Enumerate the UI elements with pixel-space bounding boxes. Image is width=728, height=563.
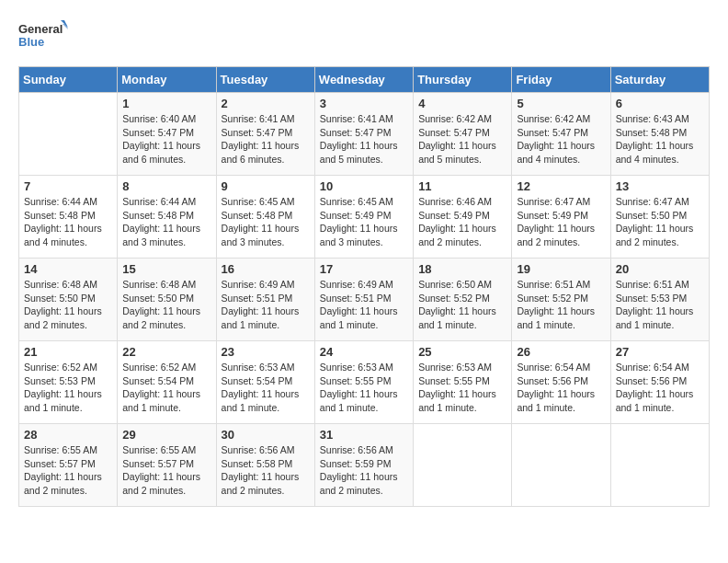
day-number: 26 (517, 345, 605, 359)
day-number: 21 (24, 345, 112, 359)
day-info: Sunrise: 6:52 AMSunset: 5:54 PMDaylight:… (122, 361, 210, 415)
weekday-header-wednesday: Wednesday (314, 67, 413, 93)
day-cell: 27Sunrise: 6:54 AMSunset: 5:56 PMDayligh… (610, 341, 709, 424)
day-cell: 18Sunrise: 6:50 AMSunset: 5:52 PMDayligh… (414, 259, 512, 341)
logo: General Blue (18, 18, 69, 57)
day-info: Sunrise: 6:48 AMSunset: 5:50 PMDaylight:… (122, 278, 210, 332)
day-cell: 24Sunrise: 6:53 AMSunset: 5:55 PMDayligh… (314, 341, 413, 424)
day-cell: 8Sunrise: 6:44 AMSunset: 5:48 PMDaylight… (118, 176, 216, 259)
day-cell (512, 424, 610, 507)
day-number: 10 (320, 179, 408, 193)
day-number: 17 (320, 262, 408, 276)
day-cell: 9Sunrise: 6:45 AMSunset: 5:48 PMDaylight… (216, 176, 314, 259)
week-row-5: 28Sunrise: 6:55 AMSunset: 5:57 PMDayligh… (19, 424, 710, 507)
day-info: Sunrise: 6:55 AMSunset: 5:57 PMDaylight:… (24, 443, 112, 498)
day-cell: 29Sunrise: 6:55 AMSunset: 5:57 PMDayligh… (118, 424, 216, 507)
day-cell: 2Sunrise: 6:41 AMSunset: 5:47 PMDaylight… (216, 93, 314, 176)
day-cell: 21Sunrise: 6:52 AMSunset: 5:53 PMDayligh… (19, 341, 118, 424)
day-number: 3 (320, 97, 408, 110)
day-number: 29 (122, 428, 210, 442)
week-row-2: 7Sunrise: 6:44 AMSunset: 5:48 PMDaylight… (19, 176, 710, 259)
weekday-header-thursday: Thursday (414, 67, 512, 93)
day-number: 15 (122, 262, 210, 276)
week-row-4: 21Sunrise: 6:52 AMSunset: 5:53 PMDayligh… (19, 341, 710, 424)
day-cell (414, 424, 512, 507)
day-cell: 13Sunrise: 6:47 AMSunset: 5:50 PMDayligh… (610, 176, 709, 259)
day-info: Sunrise: 6:54 AMSunset: 5:56 PMDaylight:… (517, 361, 605, 415)
day-number: 25 (418, 345, 506, 359)
day-number: 4 (418, 97, 506, 110)
logo-svg: General Blue (18, 18, 69, 57)
day-number: 24 (320, 345, 408, 359)
page-header: General Blue (18, 18, 710, 57)
day-number: 23 (222, 345, 310, 359)
day-info: Sunrise: 6:48 AMSunset: 5:50 PMDaylight:… (24, 278, 112, 332)
day-number: 30 (222, 428, 310, 442)
day-info: Sunrise: 6:45 AMSunset: 5:49 PMDaylight:… (320, 195, 408, 249)
weekday-header-monday: Monday (118, 67, 216, 93)
day-info: Sunrise: 6:49 AMSunset: 5:51 PMDaylight:… (222, 278, 310, 332)
day-cell: 12Sunrise: 6:47 AMSunset: 5:49 PMDayligh… (512, 176, 610, 259)
day-number: 2 (222, 97, 310, 110)
weekday-header-row: SundayMondayTuesdayWednesdayThursdayFrid… (19, 67, 710, 93)
svg-text:Blue: Blue (18, 35, 44, 49)
svg-text:General: General (18, 22, 63, 36)
day-number: 11 (418, 179, 506, 193)
day-number: 5 (517, 97, 605, 110)
day-cell: 15Sunrise: 6:48 AMSunset: 5:50 PMDayligh… (118, 259, 216, 341)
day-number: 1 (122, 97, 210, 110)
day-info: Sunrise: 6:45 AMSunset: 5:48 PMDaylight:… (222, 195, 310, 249)
day-cell: 22Sunrise: 6:52 AMSunset: 5:54 PMDayligh… (118, 341, 216, 424)
day-cell: 16Sunrise: 6:49 AMSunset: 5:51 PMDayligh… (216, 259, 314, 341)
day-number: 19 (517, 262, 605, 276)
week-row-3: 14Sunrise: 6:48 AMSunset: 5:50 PMDayligh… (19, 259, 710, 341)
day-info: Sunrise: 6:46 AMSunset: 5:49 PMDaylight:… (418, 195, 506, 249)
day-info: Sunrise: 6:47 AMSunset: 5:50 PMDaylight:… (616, 195, 704, 249)
day-info: Sunrise: 6:54 AMSunset: 5:56 PMDaylight:… (616, 361, 704, 415)
day-cell: 5Sunrise: 6:42 AMSunset: 5:47 PMDaylight… (512, 93, 610, 176)
day-cell: 10Sunrise: 6:45 AMSunset: 5:49 PMDayligh… (314, 176, 413, 259)
day-number: 16 (222, 262, 310, 276)
day-cell: 4Sunrise: 6:42 AMSunset: 5:47 PMDaylight… (414, 93, 512, 176)
day-info: Sunrise: 6:53 AMSunset: 5:55 PMDaylight:… (418, 361, 506, 415)
day-info: Sunrise: 6:55 AMSunset: 5:57 PMDaylight:… (122, 443, 210, 498)
weekday-header-sunday: Sunday (19, 67, 118, 93)
day-info: Sunrise: 6:51 AMSunset: 5:52 PMDaylight:… (517, 278, 605, 332)
week-row-1: 1Sunrise: 6:40 AMSunset: 5:47 PMDaylight… (19, 93, 710, 176)
day-number: 8 (122, 179, 210, 193)
day-info: Sunrise: 6:51 AMSunset: 5:53 PMDaylight:… (616, 278, 704, 332)
day-number: 12 (517, 179, 605, 193)
day-number: 22 (122, 345, 210, 359)
day-info: Sunrise: 6:47 AMSunset: 5:49 PMDaylight:… (517, 195, 605, 249)
day-cell: 31Sunrise: 6:56 AMSunset: 5:59 PMDayligh… (314, 424, 413, 507)
day-number: 9 (222, 179, 310, 193)
day-info: Sunrise: 6:43 AMSunset: 5:48 PMDaylight:… (616, 112, 704, 167)
day-info: Sunrise: 6:56 AMSunset: 5:58 PMDaylight:… (222, 443, 310, 498)
day-cell: 23Sunrise: 6:53 AMSunset: 5:54 PMDayligh… (216, 341, 314, 424)
day-number: 13 (616, 179, 704, 193)
day-number: 31 (320, 428, 408, 442)
weekday-header-tuesday: Tuesday (216, 67, 314, 93)
day-info: Sunrise: 6:40 AMSunset: 5:47 PMDaylight:… (122, 112, 210, 167)
weekday-header-friday: Friday (512, 67, 610, 93)
day-cell: 19Sunrise: 6:51 AMSunset: 5:52 PMDayligh… (512, 259, 610, 341)
day-number: 20 (616, 262, 704, 276)
day-info: Sunrise: 6:50 AMSunset: 5:52 PMDaylight:… (418, 278, 506, 332)
day-number: 28 (24, 428, 112, 442)
day-info: Sunrise: 6:56 AMSunset: 5:59 PMDaylight:… (320, 443, 408, 498)
day-cell: 30Sunrise: 6:56 AMSunset: 5:58 PMDayligh… (216, 424, 314, 507)
day-cell: 11Sunrise: 6:46 AMSunset: 5:49 PMDayligh… (414, 176, 512, 259)
day-info: Sunrise: 6:44 AMSunset: 5:48 PMDaylight:… (122, 195, 210, 249)
day-info: Sunrise: 6:42 AMSunset: 5:47 PMDaylight:… (418, 112, 506, 167)
day-number: 27 (616, 345, 704, 359)
day-cell: 26Sunrise: 6:54 AMSunset: 5:56 PMDayligh… (512, 341, 610, 424)
day-number: 14 (24, 262, 112, 276)
day-cell: 17Sunrise: 6:49 AMSunset: 5:51 PMDayligh… (314, 259, 413, 341)
day-cell: 6Sunrise: 6:43 AMSunset: 5:48 PMDaylight… (610, 93, 709, 176)
calendar-table: SundayMondayTuesdayWednesdayThursdayFrid… (18, 66, 710, 507)
day-number: 6 (616, 97, 704, 110)
day-cell (19, 93, 118, 176)
day-cell: 3Sunrise: 6:41 AMSunset: 5:47 PMDaylight… (314, 93, 413, 176)
weekday-header-saturday: Saturday (610, 67, 709, 93)
day-number: 18 (418, 262, 506, 276)
